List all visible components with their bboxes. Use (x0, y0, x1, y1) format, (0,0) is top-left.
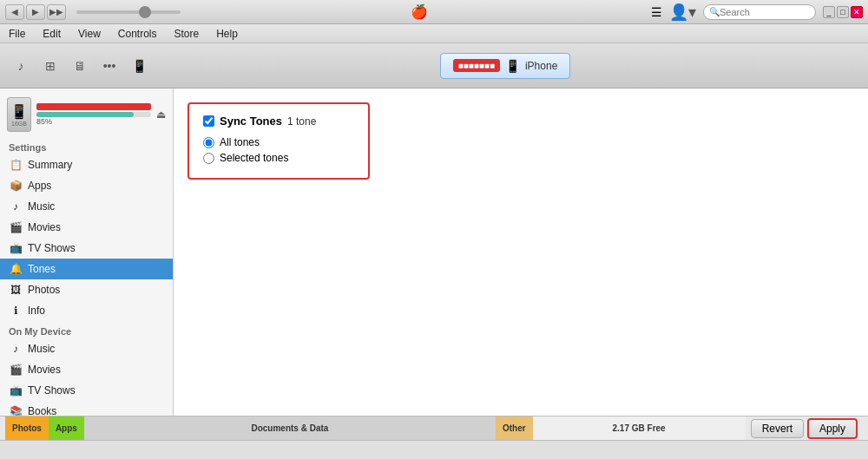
user-account-button[interactable]: 👤▾ (669, 3, 696, 22)
minimize-button[interactable]: _ (823, 6, 835, 18)
bottom-status-bar (0, 440, 868, 459)
back-button[interactable]: ◀ (5, 4, 24, 20)
device-movies-icon: 🎬 (9, 364, 23, 376)
maximize-button[interactable]: □ (837, 6, 849, 18)
toolbar-center: ■■■■■■■ 📱 iPhone (156, 53, 854, 79)
apps-icon: 📦 (9, 180, 23, 192)
sync-tones-label: Sync Tones (220, 115, 282, 128)
sidebar-item-device-tvshows[interactable]: 📺 TV Shows (0, 380, 173, 401)
sidebar-item-music[interactable]: ♪ Music (0, 196, 173, 217)
search-icon: 🔍 (709, 7, 720, 16)
menu-store[interactable]: Store (171, 26, 203, 42)
photos-icon: 🖼 (9, 284, 23, 296)
all-tones-option[interactable]: All tones (203, 136, 354, 148)
device-books-icon: 📚 (9, 405, 23, 416)
toolbar: ♪ ⊞ 🖥 ••• 📱 ■■■■■■■ 📱 iPhone (0, 43, 868, 89)
sidebar-item-label: Summary (28, 159, 72, 171)
selected-tones-option[interactable]: Selected tones (203, 152, 354, 164)
device-music-icon: ♪ (9, 343, 23, 355)
docs-segment: Documents & Data (84, 416, 496, 440)
content-area: Sync Tones 1 tone All tones Selected ton… (174, 89, 868, 416)
tone-count: 1 tone (287, 115, 316, 128)
sidebar-item-label: Tones (28, 263, 56, 275)
selected-tones-label: Selected tones (220, 152, 288, 164)
sidebar-item-label: Photos (28, 284, 60, 296)
sidebar-item-label: TV Shows (28, 384, 76, 397)
sidebar-item-tvshows[interactable]: 📺 TV Shows (0, 238, 173, 259)
sidebar-item-label: Info (28, 305, 45, 317)
sidebar-item-info[interactable]: ℹ Info (0, 300, 173, 321)
progress-slider[interactable] (76, 10, 181, 14)
sync-tones-box: Sync Tones 1 tone All tones Selected ton… (187, 102, 370, 180)
selected-tones-radio[interactable] (203, 153, 214, 164)
title-bar: ◀ ▶ ▶▶ 🍎 ☰ 👤▾ 🔍 _ □ ✕ (0, 0, 868, 24)
revert-button[interactable]: Revert (751, 419, 804, 438)
menu-view[interactable]: View (75, 26, 104, 42)
apply-button[interactable]: Apply (807, 418, 858, 439)
sidebar-item-device-books[interactable]: 📚 Books (0, 401, 173, 416)
phone-icon[interactable]: 📱 (127, 54, 151, 78)
battery-status: 85% (36, 117, 151, 126)
fast-forward-button[interactable]: ▶▶ (47, 4, 66, 20)
device-size: 16GB (11, 121, 27, 127)
sidebar-item-device-music[interactable]: ♪ Music (0, 338, 173, 359)
ondevice-section-header: On My Device (0, 321, 173, 338)
sidebar-item-apps[interactable]: 📦 Apps (0, 175, 173, 196)
search-input[interactable] (720, 7, 810, 17)
iphone-icon: 📱 (505, 59, 520, 73)
progress-thumb[interactable] (139, 6, 151, 18)
sidebar-item-photos[interactable]: 🖼 Photos (0, 279, 173, 300)
sidebar-item-summary[interactable]: 📋 Summary (0, 154, 173, 175)
menu-controls[interactable]: Controls (115, 26, 161, 42)
list-view-icon[interactable]: ☰ (651, 5, 662, 19)
music-icon: ♪ (9, 200, 23, 213)
apple-logo: 🍎 (411, 3, 428, 20)
all-tones-radio[interactable] (203, 137, 214, 148)
menu-file[interactable]: File (5, 26, 29, 42)
summary-icon: 📋 (9, 159, 23, 171)
eject-button[interactable]: ⏏ (156, 108, 166, 121)
tones-icon: 🔔 (9, 263, 23, 275)
more-icon[interactable]: ••• (97, 54, 122, 78)
bottom-actions: Revert Apply (746, 418, 863, 439)
monitor-icon[interactable]: 🖥 (68, 54, 92, 78)
bottom-storage-bar: Photos Apps Documents & Data Other 2.17 … (0, 416, 868, 440)
nav-buttons: ◀ ▶ ▶▶ (5, 4, 66, 20)
forward-button[interactable]: ▶ (26, 4, 45, 20)
sidebar-item-label: Books (28, 405, 56, 416)
sidebar-item-device-movies[interactable]: 🎬 Movies (0, 359, 173, 380)
menu-edit[interactable]: Edit (39, 26, 64, 42)
close-button[interactable]: ✕ (851, 6, 863, 18)
device-button[interactable]: ■■■■■■■ 📱 iPhone (440, 53, 571, 79)
sidebar-item-label: Music (28, 343, 55, 355)
device-header: 📱 16GB 85% ⏏ (0, 92, 173, 137)
search-box[interactable]: 🔍 (703, 4, 816, 20)
other-segment: Other (496, 416, 533, 440)
sidebar-item-tones[interactable]: 🔔 Tones (0, 259, 173, 279)
movies-icon: 🎬 (9, 221, 23, 233)
device-name: iPhone (525, 60, 557, 72)
device-tvshows-icon: 📺 (9, 384, 23, 397)
sync-tones-checkbox[interactable] (203, 115, 214, 127)
sync-header: Sync Tones 1 tone (203, 115, 354, 128)
device-details: 85% (36, 103, 151, 126)
title-bar-left: ◀ ▶ ▶▶ (5, 4, 187, 20)
sidebar-item-movies[interactable]: 🎬 Movies (0, 217, 173, 238)
device-thumbnail: 📱 16GB (7, 97, 31, 132)
menu-help[interactable]: Help (213, 26, 241, 42)
grid-icon[interactable]: ⊞ (38, 54, 62, 78)
toolbar-left: ♪ ⊞ 🖥 ••• 📱 (9, 54, 151, 78)
main-layout: 📱 16GB 85% ⏏ Settings 📋 Summary 📦 Apps ♪ (0, 89, 868, 416)
sidebar-item-label: Movies (28, 364, 61, 376)
apps-segment: Apps (49, 416, 84, 440)
all-tones-label: All tones (220, 136, 260, 148)
free-segment: 2.17 GB Free (533, 416, 746, 440)
sidebar-item-label: Apps (28, 180, 51, 192)
info-icon: ℹ (9, 305, 23, 317)
music-icon[interactable]: ♪ (9, 54, 33, 78)
tvshows-icon: 📺 (9, 242, 23, 254)
photos-segment: Photos (5, 416, 49, 440)
sidebar-item-label: Movies (28, 221, 61, 233)
menu-bar: File Edit View Controls Store Help (0, 24, 868, 43)
device-label-bar: ■■■■■■■ (453, 59, 500, 72)
